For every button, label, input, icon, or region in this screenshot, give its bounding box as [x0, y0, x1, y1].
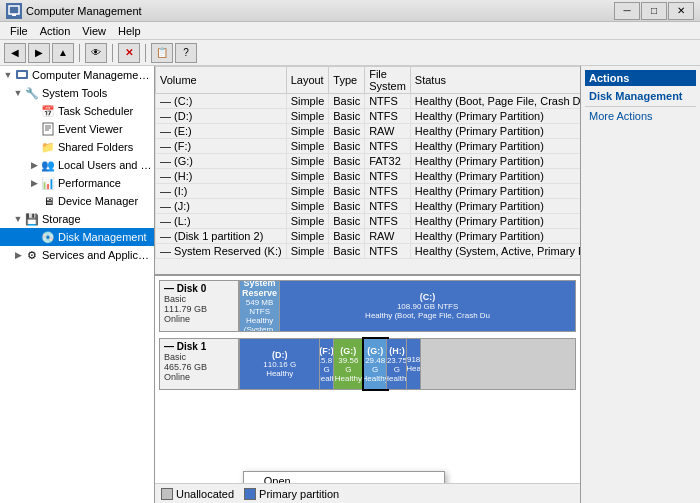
table-row[interactable]: — (J:)SimpleBasicNTFSHealthy (Primary Pa… [156, 199, 581, 214]
disk1-part-last[interactable]: 918 Hea [407, 339, 420, 389]
tree-label-shared: Shared Folders [58, 141, 133, 153]
legend-unalloc-box [161, 488, 173, 500]
tree-icon-device: 🖥 [40, 193, 56, 209]
col-type[interactable]: Type [329, 67, 365, 94]
col-status[interactable]: Status [410, 67, 580, 94]
disk-list-scroll[interactable]: Volume Layout Type File System Status — … [155, 66, 580, 274]
show-hide-button[interactable]: 👁 [85, 43, 107, 63]
tree-icon-disk: 💿 [40, 229, 56, 245]
tree-label-root: Computer Management (Local [32, 69, 154, 81]
table-row[interactable]: — (H:)SimpleBasicNTFSHealthy (Primary Pa… [156, 169, 581, 184]
disk1-part-g2[interactable]: (G:) 29.48 G Healthy [364, 339, 387, 389]
disk1-unalloc[interactable] [421, 339, 575, 389]
table-row[interactable]: — (D:)SimpleBasicNTFSHealthy (Primary Pa… [156, 109, 581, 124]
disk0-status: Online [164, 314, 234, 324]
col-fs[interactable]: File System [365, 67, 411, 94]
disk0-part-sysres[interactable]: System Reserve 549 MB NTFS Healthy (Syst… [240, 281, 280, 331]
table-row[interactable]: — (L:)SimpleBasicNTFSHealthy (Primary Pa… [156, 214, 581, 229]
ctx-open[interactable]: Open [244, 472, 444, 483]
cell-type-3: Basic [329, 139, 365, 154]
tree-shared-folders[interactable]: ▶ 📁 Shared Folders [0, 138, 154, 156]
cell-layout-2: Simple [286, 124, 329, 139]
legend-unalloc-label: Unallocated [176, 488, 234, 500]
table-row[interactable]: — (G:)SimpleBasicFAT32Healthy (Primary P… [156, 154, 581, 169]
actions-section: Disk Management [585, 88, 696, 104]
toolbar-sep-2 [112, 44, 113, 62]
back-button[interactable]: ◀ [4, 43, 26, 63]
menu-view[interactable]: View [76, 24, 112, 38]
cell-layout-4: Simple [286, 154, 329, 169]
svg-rect-3 [18, 72, 26, 77]
main-area: ▼ Computer Management (Local ▼ 🔧 System … [0, 66, 700, 503]
disk1-partitions: (D:) 110.16 G Healthy (F:) 15.87 G Healt… [239, 338, 576, 390]
disk1-part-g[interactable]: (G:) 39.56 G Healthy [334, 339, 364, 389]
cell-fs-6: NTFS [365, 184, 411, 199]
window-controls[interactable]: ─ □ ✕ [614, 2, 694, 20]
toolbar: ◀ ▶ ▲ 👁 ✕ 📋 ? [0, 40, 700, 66]
tree-device-manager[interactable]: ▶ 🖥 Device Manager [0, 192, 154, 210]
table-row[interactable]: — (E:)SimpleBasicRAWHealthy (Primary Par… [156, 124, 581, 139]
cell-type-1: Basic [329, 109, 365, 124]
table-row[interactable]: — (F:)SimpleBasicNTFSHealthy (Primary Pa… [156, 139, 581, 154]
forward-button[interactable]: ▶ [28, 43, 50, 63]
cell-status-6: Healthy (Primary Partition) [410, 184, 580, 199]
tree-root[interactable]: ▼ Computer Management (Local [0, 66, 154, 84]
cell-type-9: Basic [329, 229, 365, 244]
disk1-part-f[interactable]: (F:) 15.87 G Health [320, 339, 333, 389]
tree-disk-management[interactable]: ▶ 💿 Disk Management [0, 228, 154, 246]
cell-status-8: Healthy (Primary Partition) [410, 214, 580, 229]
right-content: Volume Layout Type File System Status — … [155, 66, 700, 503]
cell-volume-8: — (L:) [156, 214, 287, 229]
menu-help[interactable]: Help [112, 24, 147, 38]
tree-performance[interactable]: ▶ 📊 Performance [0, 174, 154, 192]
disk0-part-c[interactable]: (C:) 108.90 GB NTFS Healthy (Boot, Page … [280, 281, 575, 331]
cell-status-0: Healthy (Boot, Page File, Crash Dump, Pr… [410, 94, 580, 109]
tree-storage[interactable]: ▼ 💾 Storage [0, 210, 154, 228]
tree-expand-task[interactable]: ▶ [28, 105, 40, 117]
disk1-part-h[interactable]: (H:) 23.75 G Healthy [387, 339, 407, 389]
disk1-status: Online [164, 372, 234, 382]
tree-expand-users[interactable]: ▶ [28, 159, 40, 171]
col-volume[interactable]: Volume [156, 67, 287, 94]
cell-volume-4: — (G:) [156, 154, 287, 169]
tree-services[interactable]: ▶ ⚙ Services and Applications [0, 246, 154, 264]
maximize-button[interactable]: □ [641, 2, 667, 20]
disk0-partitions: System Reserve 549 MB NTFS Healthy (Syst… [239, 280, 576, 332]
menu-bar: File Action View Help [0, 22, 700, 40]
tree-expand-event[interactable]: ▶ [28, 123, 40, 135]
menu-file[interactable]: File [4, 24, 34, 38]
help-button[interactable]: ? [175, 43, 197, 63]
tree-expand-device[interactable]: ▶ [28, 195, 40, 207]
disk1-part-d[interactable]: (D:) 110.16 G Healthy [240, 339, 320, 389]
tree-expand-storage[interactable]: ▼ [12, 213, 24, 225]
col-layout[interactable]: Layout [286, 67, 329, 94]
tree-expand-system[interactable]: ▼ [12, 87, 24, 99]
up-button[interactable]: ▲ [52, 43, 74, 63]
disk0-name: — Disk 0 [164, 283, 234, 294]
table-row[interactable]: — (I:)SimpleBasicNTFSHealthy (Primary Pa… [156, 184, 581, 199]
tree-event-viewer[interactable]: ▶ Event Viewer [0, 120, 154, 138]
tree-system-tools[interactable]: ▼ 🔧 System Tools [0, 84, 154, 102]
table-row[interactable]: — (Disk 1 partition 2)SimpleBasicRAWHeal… [156, 229, 581, 244]
table-row[interactable]: — System Reserved (K:)SimpleBasicNTFSHea… [156, 244, 581, 259]
close-button[interactable]: ✕ [668, 2, 694, 20]
cell-volume-2: — (E:) [156, 124, 287, 139]
minimize-button[interactable]: ─ [614, 2, 640, 20]
table-row[interactable]: — (C:)SimpleBasicNTFSHealthy (Boot, Page… [156, 94, 581, 109]
tree-task-scheduler[interactable]: ▶ 📅 Task Scheduler [0, 102, 154, 120]
tree-expand-svc[interactable]: ▶ [12, 249, 24, 261]
prop-button[interactable]: 📋 [151, 43, 173, 63]
tree-expand-shared[interactable]: ▶ [28, 141, 40, 153]
tree-local-users[interactable]: ▶ 👥 Local Users and Groups [0, 156, 154, 174]
actions-more[interactable]: More Actions [585, 109, 696, 123]
legend-primary-label: Primary partition [259, 488, 339, 500]
tree-label-disk: Disk Management [58, 231, 147, 243]
tree-expand-root[interactable]: ▼ [2, 69, 14, 81]
tree-label-perf: Performance [58, 177, 121, 189]
cell-fs-0: NTFS [365, 94, 411, 109]
cell-volume-9: — (Disk 1 partition 2) [156, 229, 287, 244]
legend-unalloc: Unallocated [161, 488, 234, 500]
tree-expand-perf[interactable]: ▶ [28, 177, 40, 189]
menu-action[interactable]: Action [34, 24, 77, 38]
delete-button[interactable]: ✕ [118, 43, 140, 63]
